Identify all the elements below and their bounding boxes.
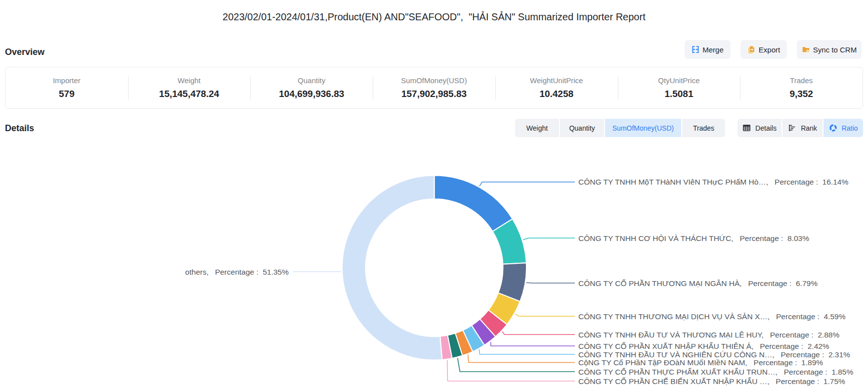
svg-text:CÔNG TY TNHH CƠ HỘI VÀ THÁCH T: CÔNG TY TNHH CƠ HỘI VÀ THÁCH THỨC, Perce… (578, 234, 809, 242)
svg-text:CÔNG TY CỔ PHẦN THƯƠNG MẠI NGÂ: CÔNG TY CỔ PHẦN THƯƠNG MẠI NGÂN HÀ, Perc… (578, 279, 818, 288)
svg-text:others, Percentage : 51.35%: others, Percentage : 51.35% (185, 268, 289, 276)
svg-text:CÔNG TY TNHH ĐẦU TƯ VÀ NGHIÊN: CÔNG TY TNHH ĐẦU TƯ VÀ NGHIÊN CỨU CÔNG N… (578, 350, 850, 359)
svg-text:CÔNG TY TNHH MộT THàNH VIêN TH: CÔNG TY TNHH MộT THàNH VIêN THựC PHẩM Hò… (578, 178, 848, 186)
svg-text:CÔNG TY CỔ PHẦN CHẾ BIẾN XUẤT: CÔNG TY CỔ PHẦN CHẾ BIẾN XUẤT NHẬP KHẨU … (578, 377, 845, 386)
svg-text:CÔNG TY CỔ PHẦN THỰC PHẨM XUẤT: CÔNG TY CỔ PHẦN THỰC PHẨM XUẤT KHẨU TRUN… (578, 368, 853, 376)
svg-text:CÔNG TY CỔ PHẦN XUẤT NHẬP KHẨU: CÔNG TY CỔ PHẦN XUẤT NHẬP KHẨU THIÊN Á, … (578, 342, 829, 350)
svg-text:CÔNG TY TNHH THƯƠNG MẠI DỊCH V: CÔNG TY TNHH THƯƠNG MẠI DỊCH VỤ VÀ SẢN X… (578, 312, 846, 321)
svg-text:CÔNG TY TNHH ĐẦU TƯ VÀ THƯƠNG: CÔNG TY TNHH ĐẦU TƯ VÀ THƯƠNG MẠI LÊ HUY… (578, 331, 839, 339)
svg-text:CộNG TY Cổ PHầN TậP ĐOàN MUốI: CộNG TY Cổ PHầN TậP ĐOàN MUốI MIềN NAM, … (578, 358, 823, 367)
